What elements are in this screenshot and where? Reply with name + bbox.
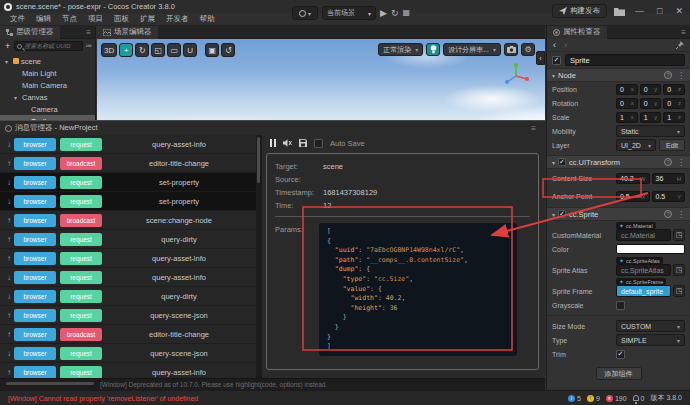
section-sprite[interactable]: ▾ cc.Sprite ? ⋮ [547, 207, 690, 221]
tab-scene-editor[interactable]: 场景编辑器 [97, 26, 158, 39]
message-row[interactable]: ↑browserrequestquery-scene-json [0, 306, 256, 325]
layer-select[interactable]: UI_2D▾ [616, 139, 656, 151]
help-icon[interactable]: ? [664, 71, 672, 79]
scrollbar-thumb[interactable] [257, 137, 260, 183]
hierarchy-search[interactable] [14, 41, 83, 51]
tree-node-scene[interactable]: ▾scene [0, 55, 95, 67]
tool-snap-rotate[interactable]: ↺ [221, 43, 235, 57]
lighting-toggle-button[interactable] [426, 43, 440, 56]
step-button[interactable]: ▦ [402, 9, 410, 17]
color-swatch[interactable] [616, 244, 685, 254]
message-row[interactable]: ↑browserrequestquery-asset-info [0, 363, 256, 378]
collapse-panel-button[interactable]: ‹ [536, 51, 545, 65]
caret-down-icon[interactable]: ▾ [14, 94, 20, 101]
notification-counter[interactable]: 0 [633, 395, 645, 402]
position-y-field[interactable]: 0y [640, 84, 662, 95]
type-select[interactable]: SIMPLE▾ [616, 334, 685, 346]
pause-button[interactable] [270, 139, 276, 147]
camera-settings-button[interactable] [504, 43, 518, 56]
scene-settings-button[interactable]: ⚙ [521, 43, 535, 56]
menu-item[interactable]: 开发者 [161, 14, 194, 24]
node-enabled-checkbox[interactable] [552, 56, 561, 65]
scale-z-field[interactable]: 1z [663, 112, 685, 123]
rotation-z-field[interactable]: 0z [663, 98, 685, 109]
folder-icon[interactable] [614, 7, 625, 16]
pin-icon[interactable] [676, 41, 684, 49]
layer-edit-button[interactable]: Edit [659, 139, 685, 151]
message-row[interactable]: ↓browserrequestquery-asset-info [0, 135, 256, 154]
menu-item[interactable]: 文件 [5, 14, 30, 24]
save-icon[interactable] [299, 139, 307, 147]
platform-select[interactable]: ▾ [292, 6, 318, 20]
position-x-field[interactable]: 0x [616, 84, 638, 95]
caret-down-icon[interactable]: ▾ [5, 58, 11, 65]
message-row[interactable]: ↓browserrequestquery-dirty [0, 287, 256, 306]
message-row[interactable]: ↑browserrequestquery-dirty [0, 230, 256, 249]
sprite-frame-field[interactable]: default_sprite [616, 285, 671, 297]
current-scene-select[interactable]: 当前场景 ▾ [322, 6, 376, 20]
tree-node-canvas[interactable]: ▾Canvas [0, 91, 95, 103]
close-button[interactable]: ✕ [672, 6, 686, 16]
tool-3d[interactable]: 3D [101, 43, 117, 57]
tool-move[interactable]: + [119, 43, 133, 57]
create-node-button[interactable]: + [3, 41, 12, 51]
history-back-button[interactable]: ‹ [553, 40, 556, 50]
info-counter[interactable]: i5 [568, 395, 581, 402]
filter-icon[interactable]: ≔ [85, 42, 92, 50]
tree-node-camera[interactable]: Camera [0, 103, 95, 115]
rotation-y-field[interactable]: 0y [640, 98, 662, 109]
render-mode-select[interactable]: 正常渲染 ▾ [378, 43, 423, 56]
mobility-select[interactable]: Static▾ [616, 125, 685, 137]
message-row[interactable]: ↑browserbroadcasteditor-title-change [0, 325, 256, 344]
panel-menu-icon[interactable]: ≡ [681, 28, 686, 37]
tree-node-main-camera[interactable]: Main Camera [0, 79, 95, 91]
panel-menu-icon[interactable]: ≡ [531, 124, 536, 133]
history-forward-button[interactable]: › [564, 40, 567, 50]
message-row[interactable]: ↓browserrequestquery-scene-json [0, 344, 256, 363]
anchor-x-field[interactable]: 0.5 X [616, 191, 650, 202]
auto-save-checkbox[interactable] [314, 139, 323, 148]
warning-counter[interactable]: !9 [587, 395, 600, 402]
scene-viewport[interactable]: 3D+↻◱▭U▣↺ 正常渲染 ▾ 设计分辨率... ▾ ⚙ [97, 39, 545, 120]
play-button[interactable]: ▶ [380, 9, 387, 18]
message-row[interactable]: ↓browserrequestset-property [0, 173, 256, 192]
anchor-y-field[interactable]: 0.5 Y [652, 191, 686, 202]
maximize-button[interactable]: □ [654, 6, 665, 16]
design-resolution-select[interactable]: 设计分辨率... ▾ [443, 43, 501, 56]
help-icon[interactable]: ? [664, 210, 672, 218]
tab-inspector[interactable]: 属性检查器 [547, 26, 607, 39]
sprite-enabled-checkbox[interactable] [558, 210, 566, 218]
menu-item[interactable]: 项目 [83, 14, 108, 24]
mute-icon[interactable] [283, 139, 292, 147]
tree-node-main-light[interactable]: Main Light [0, 67, 95, 79]
size-mode-select[interactable]: CUSTOM▾ [616, 320, 685, 332]
position-z-field[interactable]: 0z [663, 84, 685, 95]
menu-item[interactable]: 节点 [57, 14, 82, 24]
more-options-icon[interactable]: ⋮ [677, 71, 685, 80]
tool-scale[interactable]: ◱ [151, 43, 165, 57]
message-row[interactable]: ↓browserrequestset-property [0, 192, 256, 211]
help-icon[interactable]: ? [664, 158, 672, 166]
search-input[interactable] [24, 43, 80, 49]
tool-rotate[interactable]: ↻ [135, 43, 149, 57]
more-options-icon[interactable]: ⋮ [677, 210, 685, 219]
tool-rect[interactable]: ▭ [167, 43, 181, 57]
rotation-x-field[interactable]: 0x [616, 98, 638, 109]
menu-item[interactable]: 扩展 [135, 14, 160, 24]
asset-picker-icon[interactable]: ◳ [673, 264, 685, 276]
menu-item[interactable]: 面板 [109, 14, 134, 24]
trim-checkbox[interactable] [616, 350, 625, 359]
sprite-atlas-field[interactable]: cc.SpriteAtlas [616, 264, 671, 276]
horizontal-scrollbar[interactable] [6, 382, 94, 385]
scale-x-field[interactable]: 1x [616, 112, 638, 123]
asset-picker-icon[interactable]: ◳ [673, 285, 685, 297]
menu-item[interactable]: 帮助 [195, 14, 220, 24]
content-size-width-field[interactable]: 40.2 W [616, 173, 650, 184]
content-size-height-field[interactable]: 36 H [652, 173, 686, 184]
message-row[interactable]: ↓browserrequestquery-asset-info [0, 268, 256, 287]
tool-ui[interactable]: U [183, 43, 197, 57]
refresh-button[interactable]: ↻ [391, 9, 399, 18]
scale-y-field[interactable]: 1y [640, 112, 662, 123]
axis-gizmo[interactable] [503, 63, 529, 89]
node-name-field[interactable]: Sprite [565, 54, 685, 66]
